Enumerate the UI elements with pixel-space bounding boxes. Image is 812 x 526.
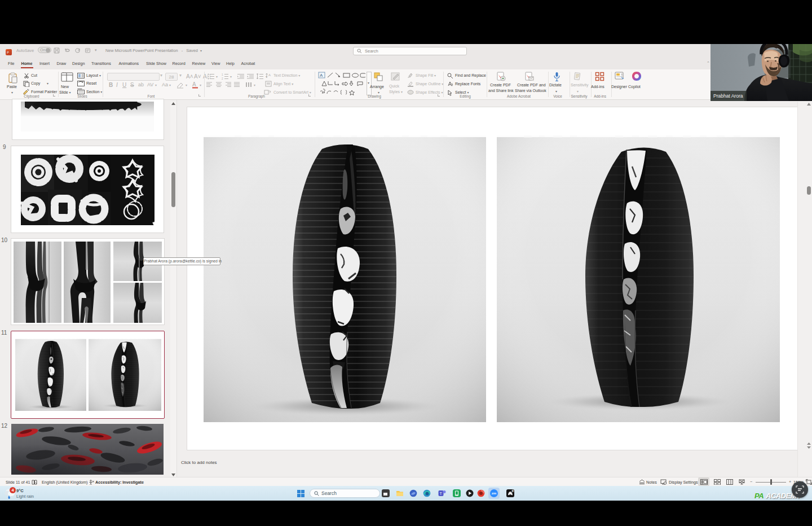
svg-text:1: 1 [222, 73, 223, 76]
svg-text:T: T [440, 492, 443, 496]
svg-text:2: 2 [222, 77, 223, 80]
svg-text:A: A [320, 73, 323, 78]
svg-text:P: P [7, 51, 9, 54]
svg-text:Prabhat Arora: Prabhat Arora [713, 93, 743, 99]
svg-text:A: A [192, 81, 196, 87]
svg-text:A: A [268, 73, 271, 77]
